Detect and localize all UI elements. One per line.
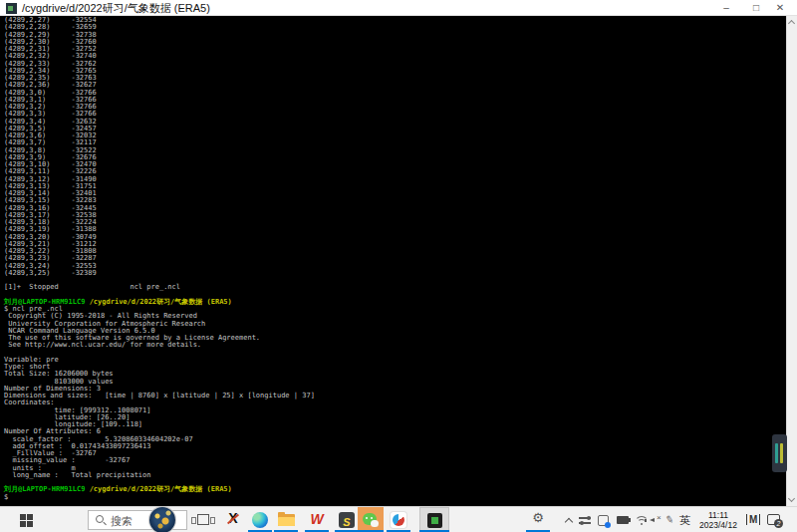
terminal-line: add_offset : 0.01743433097236413	[4, 443, 786, 450]
terminal-icon	[427, 513, 442, 528]
terminal-line: (4289,3,0) -32766	[4, 90, 786, 97]
terminal-output[interactable]: (4289,2,27) -32554(4289,2,28) -32659(428…	[0, 16, 786, 506]
clock-date: 2023/4/12	[695, 520, 741, 530]
taskbar-item-edge[interactable]	[248, 507, 272, 532]
desktop-screen: /cygdrive/d/2022研习/气象数据 (ERA5) – □ ✕ (42…	[0, 0, 797, 532]
notification-badge: 2	[774, 519, 783, 528]
ime-language-indicator[interactable]: 英	[679, 513, 693, 528]
file-explorer-icon	[278, 514, 295, 526]
taskbar-item-wps[interactable]: W	[305, 507, 329, 532]
terminal-line: (4289,3,4) -32632	[4, 119, 786, 126]
search-placeholder: 搜索	[111, 513, 133, 529]
terminal-line: missing_value : -32767	[4, 457, 786, 464]
taskbar-item-explorer[interactable]	[274, 507, 298, 532]
terminal-line: (4289,3,5) -32457	[4, 126, 786, 133]
notification-center-icon[interactable]: 2	[767, 514, 780, 525]
maximize-button[interactable]: □	[747, 0, 765, 15]
edge-browser-icon	[252, 512, 268, 528]
terminal-line: Dimensions and sizes: [time | 8760] x [l…	[4, 393, 786, 399]
xming-icon: X	[221, 510, 245, 526]
terminal-line: (4289,3,10) -32470	[4, 161, 786, 168]
terminal-line: (4289,3,11) -32226	[4, 168, 786, 175]
terminal-line: 刘月@LAPTOP-HRM91LC9 /cygdrive/d/2022研习/气象…	[4, 486, 786, 493]
tray-mixer-icon[interactable]	[579, 516, 591, 525]
terminal-line: (4289,2,35) -32763	[4, 75, 786, 82]
terminal-line: (4289,3,17) -32538	[4, 212, 786, 219]
netdisk-icon	[391, 512, 406, 528]
terminal-line: $	[4, 494, 786, 501]
task-view-icon	[197, 514, 209, 525]
start-button[interactable]	[6, 507, 38, 532]
battery-icon[interactable]	[617, 516, 629, 524]
wps-office-icon: W	[305, 511, 329, 527]
terminal-line: (4289,2,29) -32738	[4, 32, 786, 39]
titlebar[interactable]: /cygdrive/d/2022研习/气象数据 (ERA5) – □ ✕	[0, 0, 797, 16]
terminal-line: (4289,3,13) -31751	[4, 183, 786, 190]
terminal-line: (4289,3,18) -32224	[4, 219, 786, 226]
taskbar-clock[interactable]: 11:11 2023/4/12	[695, 510, 741, 530]
terminal-line: (4289,2,28) -32659	[4, 24, 786, 31]
terminal-scrollbar[interactable]	[786, 16, 797, 506]
terminal-line: (4289,2,36) -32627	[4, 82, 786, 89]
scroll-up-icon[interactable]	[788, 20, 795, 27]
terminal-line	[4, 350, 786, 357]
terminal-line: longitude: [109..118]	[4, 421, 786, 428]
taskbar: 搜索 X W S ⚙	[0, 506, 797, 532]
terminal-line: (4289,3,24) -32553	[4, 263, 786, 270]
gear-icon: ⚙	[526, 510, 550, 525]
terminal-line: (4289,3,3) -32766	[4, 111, 786, 118]
tray-expand-icon[interactable]	[565, 518, 573, 526]
terminal-line: (4289,3,23) -32287	[4, 255, 786, 262]
mintty-app-icon	[6, 3, 17, 14]
terminal-line: (4289,2,31) -32752	[4, 46, 786, 53]
volume-muted-icon[interactable]: ×	[650, 516, 664, 525]
taskbar-item-xming[interactable]: X	[221, 507, 245, 532]
terminal-line: Total Size: 16206000 bytes	[4, 371, 786, 378]
close-button[interactable]: ✕	[771, 0, 789, 15]
terminal-line: (4289,3,8) -32522	[4, 147, 786, 154]
terminal-line: (4289,2,30) -32760	[4, 39, 786, 46]
terminal-line: (4289,3,19) -31388	[4, 226, 786, 233]
wechat-icon	[363, 513, 377, 525]
search-highlight-icon[interactable]	[149, 507, 175, 532]
terminal-line: (4289,3,16) -32445	[4, 205, 786, 212]
windows-logo-icon	[20, 514, 33, 527]
pen-tray-icon[interactable]: ✎	[664, 513, 674, 525]
taskbar-item-settings[interactable]: ⚙	[526, 507, 550, 532]
terminal-line: long_name : Total precipitation	[4, 472, 786, 479]
taskbar-item-wechat[interactable]	[358, 507, 384, 532]
terminal-line: [1]+ Stopped ncl pre_.ncl	[4, 284, 786, 291]
tray-app-icon[interactable]	[598, 515, 609, 526]
terminal-line: Variable: pre	[4, 357, 786, 364]
search-icon	[96, 515, 104, 523]
window-title: /cygdrive/d/2022研习/气象数据 (ERA5)	[22, 1, 210, 16]
terminal-line: (4289,3,20) -30749	[4, 234, 786, 241]
widget-teal-bar	[775, 443, 778, 463]
terminal-line: See http://www.ncl.ucar.edu/ for more de…	[4, 342, 786, 349]
terminal-line: (4289,3,14) -32401	[4, 190, 786, 197]
terminal-line: (4289,2,34) -32765	[4, 68, 786, 75]
scroll-down-icon[interactable]	[788, 495, 795, 502]
terminal-line: (4289,3,22) -31808	[4, 248, 786, 255]
terminal-line: (4289,2,33) -32762	[4, 61, 786, 68]
taskbar-item-s-app[interactable]: S	[335, 507, 359, 532]
terminal-line: (4289,3,15) -32283	[4, 197, 786, 204]
terminal-line: 刘月@LAPTOP-HRM91LC9 /cygdrive/d/2022研习/气象…	[4, 299, 786, 306]
terminal-line: 8103000 values	[4, 379, 786, 386]
task-view-button[interactable]	[191, 507, 215, 532]
terminal-line: (4289,3,25) -32389	[4, 270, 786, 277]
s-app-icon: S	[339, 512, 355, 528]
terminal-line: (4289,3,1) -32766	[4, 97, 786, 104]
terminal-line: (4289,3,2) -32766	[4, 104, 786, 111]
floating-widget[interactable]	[772, 434, 787, 472]
terminal-line: (4289,2,32) -32740	[4, 53, 786, 60]
taskbar-item-netdisk[interactable]	[387, 507, 410, 532]
s-app-letter: S	[343, 516, 350, 528]
terminal-line: (4289,2,27) -32554	[4, 17, 786, 24]
taskbar-item-terminal-active[interactable]	[419, 507, 449, 532]
terminal-line: (4289,3,9) -32676	[4, 154, 786, 161]
terminal-line: (4289,3,21) -31212	[4, 241, 786, 248]
minimize-button[interactable]: –	[717, 0, 735, 15]
m-dock-icon[interactable]: M	[746, 514, 760, 525]
terminal-line: (4289,3,12) -31490	[4, 176, 786, 183]
